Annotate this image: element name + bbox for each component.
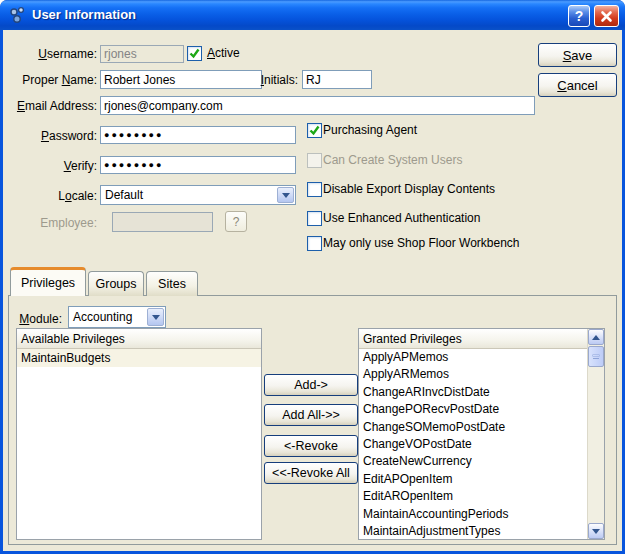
can-create-system-users-checkbox (307, 153, 322, 168)
password-label: Password: (0, 127, 97, 145)
list-item[interactable]: ChangeVOPostDate (359, 436, 587, 453)
active-checkbox[interactable] (187, 46, 202, 61)
tab-groups[interactable]: Groups (88, 271, 144, 296)
email-label: Email Address: (0, 97, 97, 115)
add-all-button[interactable]: Add All->> (264, 404, 358, 426)
window-title: User Information (32, 0, 136, 30)
disable-export-label: Disable Export Display Contents (323, 182, 495, 197)
shop-floor-only-label: May only use Shop Floor Workbench (323, 236, 520, 251)
list-item[interactable]: MaintainAdjustmentTypes (359, 523, 587, 540)
list-item[interactable]: ChangePORecvPostDate (359, 401, 587, 418)
verify-input[interactable] (100, 156, 296, 174)
titlebar[interactable]: User Information ? (0, 0, 625, 30)
chevron-down-icon[interactable] (277, 187, 294, 203)
close-button[interactable] (594, 5, 619, 27)
proper-name-input[interactable] (100, 70, 262, 89)
users-app-icon (9, 6, 27, 24)
list-item[interactable]: MaintainBudgets (17, 349, 261, 367)
employee-label: Employee: (0, 214, 97, 232)
username-input[interactable] (100, 45, 184, 63)
granted-privileges-header[interactable]: Granted Privileges (359, 329, 587, 349)
enhanced-authentication-label: Use Enhanced Authentication (323, 211, 480, 226)
proper-name-label: Proper Name: (0, 71, 97, 89)
initials-input[interactable] (302, 70, 372, 89)
revoke-all-button[interactable]: <<-Revoke All (264, 462, 358, 484)
locale-value: Default (105, 188, 143, 202)
module-value: Accounting (73, 310, 132, 324)
email-input[interactable] (100, 96, 535, 115)
can-create-system-users-label: Can Create System Users (323, 153, 462, 168)
question-icon: ? (233, 215, 240, 229)
list-item[interactable]: MaintainAccountingPeriods (359, 506, 587, 523)
tab-privileges[interactable]: Privileges (10, 267, 86, 296)
check-icon (308, 124, 321, 137)
locale-label: Locale: (0, 187, 97, 205)
list-item[interactable]: ChangeSOMemoPostDate (359, 419, 587, 436)
help-button[interactable]: ? (568, 5, 590, 27)
save-button[interactable]: Save (538, 43, 617, 67)
scroll-down-button[interactable] (588, 523, 604, 539)
verify-label: Verify: (0, 157, 97, 175)
module-label: Module: (0, 310, 62, 328)
shop-floor-only-checkbox[interactable] (307, 236, 322, 251)
employee-input[interactable] (112, 212, 213, 232)
available-privileges-list: Available Privileges MaintainBudgets (16, 328, 262, 540)
question-icon: ? (575, 8, 584, 24)
cancel-button[interactable]: Cancel (538, 73, 617, 97)
list-item[interactable]: ChangeARInvcDistDate (359, 384, 587, 401)
active-label: Active (207, 46, 240, 61)
arrow-down-icon (592, 529, 600, 534)
close-icon (600, 10, 613, 23)
granted-privileges-list: Granted Privileges ApplyAPMemos ApplyARM… (358, 328, 605, 540)
tab-sites[interactable]: Sites (146, 271, 198, 296)
revoke-button[interactable]: <-Revoke (264, 435, 358, 457)
list-item[interactable]: EditAROpenItem (359, 488, 587, 505)
disable-export-checkbox[interactable] (307, 182, 322, 197)
username-label: Username: (0, 45, 97, 63)
list-item[interactable]: ApplyAPMemos (359, 349, 587, 366)
list-item[interactable]: ApplyARMemos (359, 366, 587, 383)
arrow-up-icon (592, 335, 600, 340)
available-privileges-header[interactable]: Available Privileges (17, 329, 261, 349)
employee-lookup-button[interactable]: ? (225, 211, 247, 232)
check-icon (188, 47, 201, 60)
chevron-down-icon[interactable] (147, 308, 164, 326)
vertical-scrollbar[interactable] (587, 329, 604, 539)
module-select[interactable]: Accounting (68, 306, 166, 328)
scrollbar-thumb[interactable] (588, 346, 604, 367)
list-item[interactable]: CreateNewCurrency (359, 453, 587, 470)
add-button[interactable]: Add-> (264, 374, 358, 396)
purchasing-agent-checkbox[interactable] (307, 123, 322, 138)
user-information-dialog: User Information ? Username: Active Prop… (0, 0, 625, 554)
locale-select[interactable]: Default (100, 185, 296, 205)
list-item[interactable]: EditAPOpenItem (359, 471, 587, 488)
password-input[interactable] (100, 126, 296, 144)
scroll-up-button[interactable] (588, 329, 604, 345)
enhanced-authentication-checkbox[interactable] (307, 211, 322, 226)
purchasing-agent-label: Purchasing Agent (323, 123, 417, 138)
initials-label: Initials: (258, 71, 298, 89)
